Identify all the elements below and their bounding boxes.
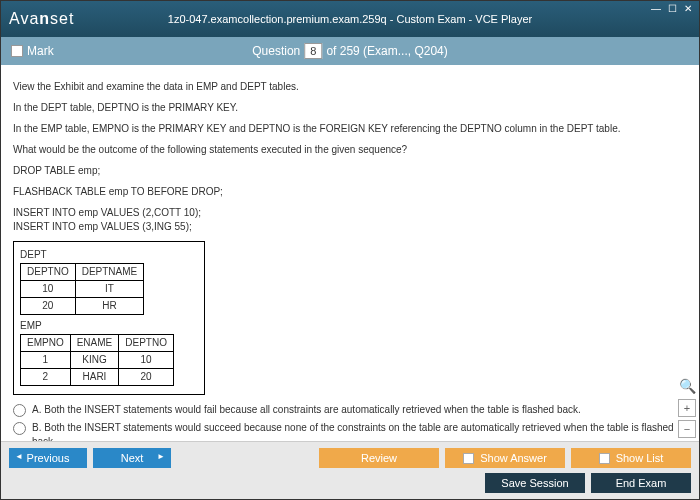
emp-table: EMPNOENAMEDEPTNO 1KING10 2HARI20: [20, 334, 174, 386]
app-logo: Avanset: [9, 10, 74, 28]
sql-statement: INSERT INTO emp VALUES (2,COTT 10);: [13, 207, 201, 218]
zoom-controls: 🔍 + −: [678, 378, 696, 438]
zoom-out-button[interactable]: −: [678, 420, 696, 438]
sql-statement: DROP TABLE emp;: [13, 164, 687, 178]
dept-table-label: DEPT: [20, 248, 174, 262]
question-number: 8: [304, 43, 322, 59]
show-list-checkbox[interactable]: [599, 453, 610, 464]
exhibit: DEPT DEPTNODEPTNAME 10IT 20HR EMP EMPNOE…: [13, 241, 205, 395]
show-answer-button[interactable]: Show Answer: [445, 448, 565, 468]
review-button[interactable]: Review: [319, 448, 439, 468]
choice-a-radio[interactable]: [13, 404, 26, 417]
footer: Previous Next Review Show Answer Show Li…: [1, 441, 699, 499]
choice-b-text: B. Both the INSERT statements would succ…: [32, 421, 687, 441]
minimize-icon[interactable]: —: [649, 3, 663, 14]
window-title: 1z0-047.examcollection.premium.exam.259q…: [168, 13, 532, 25]
choice-a-text: A. Both the INSERT statements would fail…: [32, 403, 581, 417]
mark-checkbox[interactable]: Mark: [11, 44, 54, 58]
maximize-icon[interactable]: ☐: [665, 3, 679, 14]
show-list-button[interactable]: Show List: [571, 448, 691, 468]
question-text: What would be the outcome of the followi…: [13, 143, 687, 157]
question-text: In the EMP table, EMPNO is the PRIMARY K…: [13, 122, 687, 136]
question-content: View the Exhibit and examine the data in…: [1, 65, 699, 441]
previous-button[interactable]: Previous: [9, 448, 87, 468]
sql-statement: FLASHBACK TABLE emp TO BEFORE DROP;: [13, 185, 687, 199]
next-button[interactable]: Next: [93, 448, 171, 468]
question-text: View the Exhibit and examine the data in…: [13, 80, 687, 94]
question-total: of 259 (Exam..., Q204): [326, 44, 447, 58]
close-icon[interactable]: ✕: [681, 3, 695, 14]
magnify-icon[interactable]: 🔍: [678, 378, 696, 396]
question-text: In the DEPT table, DEPTNO is the PRIMARY…: [13, 101, 687, 115]
question-header: Mark Question 8 of 259 (Exam..., Q204): [1, 37, 699, 65]
save-session-button[interactable]: Save Session: [485, 473, 585, 493]
dept-table: DEPTNODEPTNAME 10IT 20HR: [20, 263, 144, 315]
sql-statement: INSERT INTO emp VALUES (3,ING 55);: [13, 221, 192, 232]
question-indicator: Question 8 of 259 (Exam..., Q204): [252, 43, 448, 59]
question-label: Question: [252, 44, 300, 58]
answer-choices: A. Both the INSERT statements would fail…: [13, 403, 687, 441]
mark-checkbox-input[interactable]: [11, 45, 23, 57]
titlebar: Avanset 1z0-047.examcollection.premium.e…: [1, 1, 699, 37]
choice-b[interactable]: B. Both the INSERT statements would succ…: [13, 421, 687, 441]
show-answer-checkbox[interactable]: [463, 453, 474, 464]
mark-label: Mark: [27, 44, 54, 58]
end-exam-button[interactable]: End Exam: [591, 473, 691, 493]
zoom-in-button[interactable]: +: [678, 399, 696, 417]
emp-table-label: EMP: [20, 319, 174, 333]
choice-a[interactable]: A. Both the INSERT statements would fail…: [13, 403, 687, 417]
choice-b-radio[interactable]: [13, 422, 26, 435]
